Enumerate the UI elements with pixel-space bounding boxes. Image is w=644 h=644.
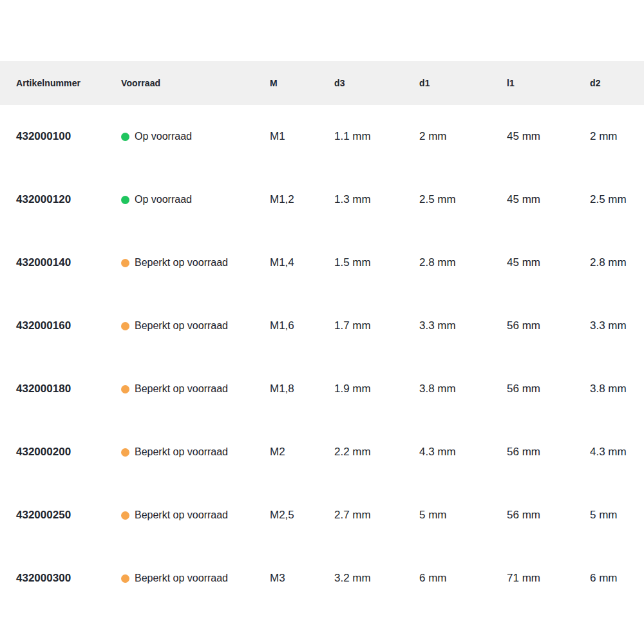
l1-value: 45 mm bbox=[507, 130, 590, 143]
stock-status-label: Beperkt op voorraad bbox=[135, 509, 228, 521]
l1-value: 56 mm bbox=[507, 446, 590, 459]
d1-value: 2.8 mm bbox=[419, 256, 507, 269]
m-value: M1,4 bbox=[270, 256, 334, 269]
stock-status-dot-icon bbox=[121, 448, 129, 457]
table-row: 432000300 Beperkt op voorraad M3 3.2 mm … bbox=[0, 547, 644, 610]
table-row: 432000160 Beperkt op voorraad M1,6 1.7 m… bbox=[0, 294, 644, 357]
stock-status-label: Beperkt op voorraad bbox=[135, 257, 228, 269]
d3-value: 1.9 mm bbox=[334, 383, 419, 395]
stock-status-label: Beperkt op voorraad bbox=[135, 573, 228, 584]
stock-status: Beperkt op voorraad bbox=[121, 383, 270, 395]
stock-status-label: Beperkt op voorraad bbox=[135, 383, 228, 395]
d3-value: 2.7 mm bbox=[334, 509, 419, 522]
d2-value: 4.3 mm bbox=[590, 446, 644, 459]
d3-value: 1.7 mm bbox=[334, 319, 419, 332]
d2-value: 5 mm bbox=[590, 509, 644, 522]
m-value: M1,6 bbox=[270, 319, 334, 332]
stock-status: Op voorraad bbox=[121, 131, 270, 142]
article-number: 432000250 bbox=[16, 509, 121, 522]
d2-value: 2 mm bbox=[590, 130, 644, 143]
m-value: M3 bbox=[270, 572, 334, 585]
m-value: M1 bbox=[270, 130, 334, 143]
stock-status-dot-icon bbox=[121, 196, 129, 204]
stock-status: Op voorraad bbox=[121, 194, 270, 205]
product-spec-table: Artikelnummer Voorraad M d3 d1 l1 d2 432… bbox=[0, 61, 644, 610]
stock-status-dot-icon bbox=[121, 322, 129, 330]
stock-status-dot-icon bbox=[121, 511, 129, 520]
stock-status-label: Op voorraad bbox=[135, 131, 192, 142]
stock-status-label: Op voorraad bbox=[135, 194, 192, 205]
d1-value: 6 mm bbox=[419, 572, 507, 585]
article-number: 432000100 bbox=[16, 130, 121, 143]
d1-value: 4.3 mm bbox=[419, 446, 507, 459]
column-header-artikelnummer: Artikelnummer bbox=[16, 78, 121, 88]
stock-status: Beperkt op voorraad bbox=[121, 320, 270, 332]
d3-value: 3.2 mm bbox=[334, 572, 419, 585]
d3-value: 2.2 mm bbox=[334, 446, 419, 459]
m-value: M1,2 bbox=[270, 193, 334, 206]
article-number: 432000160 bbox=[16, 319, 121, 332]
article-number: 432000140 bbox=[16, 256, 121, 269]
d1-value: 3.3 mm bbox=[419, 319, 507, 332]
l1-value: 45 mm bbox=[507, 256, 590, 269]
column-header-m: M bbox=[270, 78, 334, 88]
table-header: Artikelnummer Voorraad M d3 d1 l1 d2 bbox=[0, 61, 644, 105]
table-row: 432000250 Beperkt op voorraad M2,5 2.7 m… bbox=[0, 484, 644, 547]
stock-status-label: Beperkt op voorraad bbox=[135, 446, 228, 458]
d2-value: 2.8 mm bbox=[590, 256, 644, 269]
l1-value: 45 mm bbox=[507, 193, 590, 206]
table-row: 432000140 Beperkt op voorraad M1,4 1.5 m… bbox=[0, 231, 644, 294]
d3-value: 1.3 mm bbox=[334, 193, 419, 206]
d2-value: 3.3 mm bbox=[590, 319, 644, 332]
column-header-voorraad: Voorraad bbox=[121, 78, 270, 88]
l1-value: 56 mm bbox=[507, 509, 590, 522]
table-row: 432000180 Beperkt op voorraad M1,8 1.9 m… bbox=[0, 357, 644, 421]
table-row: 432000200 Beperkt op voorraad M2 2.2 mm … bbox=[0, 421, 644, 484]
stock-status: Beperkt op voorraad bbox=[121, 509, 270, 521]
column-header-d1: d1 bbox=[419, 78, 507, 88]
article-number: 432000300 bbox=[16, 572, 121, 585]
column-header-d2: d2 bbox=[590, 78, 644, 88]
stock-status-dot-icon bbox=[121, 574, 129, 583]
m-value: M2 bbox=[270, 446, 334, 459]
column-header-d3: d3 bbox=[334, 78, 419, 88]
d1-value: 5 mm bbox=[419, 509, 507, 522]
table-row: 432000100 Op voorraad M1 1.1 mm 2 mm 45 … bbox=[0, 105, 644, 168]
d1-value: 2 mm bbox=[419, 130, 507, 143]
l1-value: 56 mm bbox=[507, 383, 590, 395]
d2-value: 2.5 mm bbox=[590, 193, 644, 206]
stock-status: Beperkt op voorraad bbox=[121, 573, 270, 584]
stock-status-label: Beperkt op voorraad bbox=[135, 320, 228, 332]
article-number: 432000180 bbox=[16, 383, 121, 395]
stock-status: Beperkt op voorraad bbox=[121, 446, 270, 458]
d3-value: 1.5 mm bbox=[334, 256, 419, 269]
stock-status: Beperkt op voorraad bbox=[121, 257, 270, 269]
article-number: 432000120 bbox=[16, 193, 121, 206]
table-row: 432000120 Op voorraad M1,2 1.3 mm 2.5 mm… bbox=[0, 168, 644, 231]
d1-value: 2.5 mm bbox=[419, 193, 507, 206]
d2-value: 3.8 mm bbox=[590, 383, 644, 395]
m-value: M2,5 bbox=[270, 509, 334, 522]
column-header-l1: l1 bbox=[507, 78, 590, 88]
stock-status-dot-icon bbox=[121, 259, 129, 267]
stock-status-dot-icon bbox=[121, 133, 129, 141]
article-number: 432000200 bbox=[16, 446, 121, 459]
l1-value: 71 mm bbox=[507, 572, 590, 585]
d2-value: 6 mm bbox=[590, 572, 644, 585]
l1-value: 56 mm bbox=[507, 319, 590, 332]
d1-value: 3.8 mm bbox=[419, 383, 507, 395]
stock-status-dot-icon bbox=[121, 385, 129, 393]
d3-value: 1.1 mm bbox=[334, 130, 419, 143]
m-value: M1,8 bbox=[270, 383, 334, 395]
